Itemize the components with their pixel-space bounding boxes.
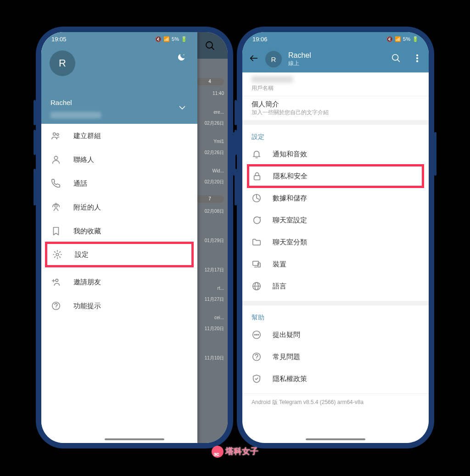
menu-label: 邀請朋友: [73, 278, 101, 287]
svg-point-25: [254, 334, 255, 335]
settings-data[interactable]: 數據和儲存: [252, 187, 420, 209]
settings-devices[interactable]: 裝置: [252, 253, 420, 275]
svg-point-2: [184, 55, 185, 55]
menu-label: 附近的人: [73, 203, 101, 212]
mute-icon: 🔇: [155, 36, 162, 42]
svg-rect-19: [258, 263, 261, 267]
group-icon: [50, 130, 62, 141]
username-label: 用戶名稱: [252, 84, 420, 92]
more-icon[interactable]: [412, 53, 422, 65]
screen-left: 4 11:40ere... 02月26日Yml1 02月26日Wid... 02…: [41, 32, 228, 443]
drawer-header[interactable]: R Rachel: [41, 46, 197, 124]
battery-label: 5%: [172, 36, 179, 42]
settings-notifications[interactable]: 通知和音效: [252, 143, 420, 165]
mute-icon: 🔇: [386, 36, 393, 42]
menu-new-group[interactable]: 建立群組: [41, 124, 197, 148]
status-time: 19:06: [252, 36, 268, 43]
header-username: Rachel: [288, 51, 311, 60]
status-time: 19:05: [51, 36, 67, 43]
svg-point-27: [258, 334, 259, 335]
avatar[interactable]: R: [265, 51, 282, 67]
settings-language[interactable]: 語言: [252, 275, 420, 297]
menu-label: 設定: [75, 250, 89, 259]
svg-point-5: [54, 156, 57, 160]
help-icon: [50, 300, 62, 311]
phone-number-redacted: [50, 112, 101, 118]
menu-calls[interactable]: 通話: [41, 172, 197, 195]
search-icon[interactable]: [391, 53, 401, 65]
globe-icon: [252, 281, 262, 291]
bell-icon: [252, 149, 262, 159]
menu-invite[interactable]: 邀請朋友: [41, 270, 197, 294]
home-indicator[interactable]: [105, 438, 164, 440]
watermark-icon: [212, 446, 224, 458]
section-settings-header: 設定: [252, 128, 420, 143]
bio-row[interactable]: 個人簡介 加入一些關於您自己的文字介紹: [242, 96, 429, 120]
devices-icon: [252, 259, 262, 269]
settings-privacy[interactable]: 隱私和安全: [247, 164, 424, 188]
screen-right: 19:06 🔇📶5%🔋 R Rachel 線上 用戶名稱 個人簡介 加入一些關於…: [242, 32, 429, 443]
svg-point-3: [53, 133, 56, 136]
avatar[interactable]: R: [50, 50, 75, 76]
header-status: 線上: [288, 60, 311, 67]
nearby-icon: [50, 202, 62, 213]
battery-label: 5%: [403, 36, 410, 42]
folder-icon: [252, 237, 262, 247]
bio-label: 個人簡介: [252, 100, 420, 109]
svg-point-13: [417, 55, 418, 56]
drawer-panel: 19:05 🔇📶5%🔋 R Rachel 建立群組 聯絡: [41, 32, 197, 443]
svg-point-4: [56, 133, 59, 136]
menu-label: 聯絡人: [73, 155, 94, 164]
help-faq[interactable]: 常見問題: [252, 346, 420, 368]
svg-point-15: [417, 61, 418, 62]
status-bar: 19:05 🔇📶5%🔋: [41, 32, 197, 46]
svg-point-26: [256, 334, 257, 335]
drawer-username: Rachel: [50, 99, 72, 106]
home-indicator[interactable]: [306, 438, 365, 440]
help-policy[interactable]: 隱私權政策: [252, 368, 420, 390]
version-label: Android 版 Telegram v8.5.4 (2566) arm64-v…: [242, 394, 429, 415]
chevron-down-icon[interactable]: [177, 103, 187, 115]
svg-line-12: [397, 60, 400, 62]
svg-rect-16: [254, 176, 260, 180]
menu-contacts[interactable]: 聯絡人: [41, 148, 197, 172]
bookmark-icon: [50, 226, 62, 237]
svg-line-1: [212, 47, 214, 50]
svg-point-7: [56, 253, 59, 256]
bio-hint: 加入一些關於您自己的文字介紹: [252, 109, 420, 116]
data-icon: [252, 193, 262, 203]
phone-frame-left: 4 11:40ere... 02月26日Yml1 02月26日Wid... 02…: [36, 27, 233, 448]
menu-label: 建立群組: [73, 132, 101, 140]
night-mode-icon[interactable]: [176, 52, 186, 65]
menu-label: 我的收藏: [73, 227, 101, 236]
help-ask[interactable]: 提出疑問: [252, 324, 420, 346]
lock-icon: [252, 171, 262, 181]
chat-icon: [252, 215, 262, 225]
help-icon: [252, 352, 262, 362]
settings-chat[interactable]: 聊天室設定: [252, 209, 420, 231]
phone-frame-right: 19:06 🔇📶5%🔋 R Rachel 線上 用戶名稱 個人簡介 加入一些關於…: [237, 27, 434, 448]
watermark: 塔科女子: [212, 446, 258, 458]
menu-label: 通話: [73, 179, 87, 188]
svg-point-6: [55, 205, 57, 208]
menu-tips[interactable]: 功能提示: [41, 294, 197, 318]
shield-icon: [252, 374, 262, 384]
settings-header: R Rachel 線上: [242, 46, 429, 72]
status-bar: 19:06 🔇📶5%🔋: [242, 32, 429, 46]
settings-folders[interactable]: 聊天室分類: [252, 231, 420, 253]
gear-icon: [52, 249, 63, 260]
menu-saved[interactable]: 我的收藏: [41, 219, 197, 243]
person-icon: [50, 154, 62, 165]
menu-settings[interactable]: 設定: [45, 242, 194, 267]
section-help-header: 幫助: [252, 309, 420, 324]
svg-point-8: [56, 279, 58, 282]
search-icon[interactable]: [205, 40, 215, 50]
phone-icon: [50, 178, 62, 189]
message-icon: [252, 330, 262, 340]
username-redacted: [252, 76, 293, 83]
menu-nearby[interactable]: 附近的人: [41, 195, 197, 219]
svg-point-14: [417, 58, 418, 59]
invite-icon: [50, 277, 62, 288]
back-icon[interactable]: [249, 53, 259, 65]
menu-label: 功能提示: [73, 302, 101, 310]
